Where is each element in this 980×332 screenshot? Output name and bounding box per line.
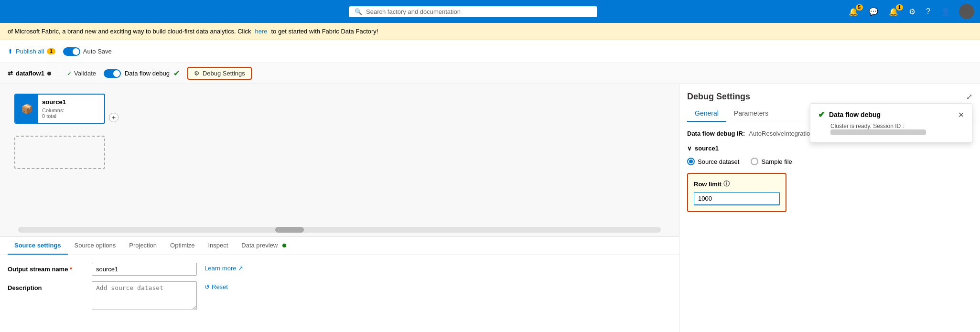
tab-data-preview-label: Data preview <box>241 242 278 249</box>
output-stream-input[interactable] <box>92 263 197 276</box>
output-stream-required: * <box>70 266 72 273</box>
canvas-scrollbar-thumb <box>275 227 304 233</box>
debug-settings-title: Debug Settings <box>687 92 750 102</box>
source-node-content: source1 Columns: 0 total <box>38 95 104 123</box>
notif-title: ✔ Data flow debug <box>818 109 881 120</box>
unsaved-dot <box>47 72 51 75</box>
notifications-button[interactable]: 🔔 5 <box>845 5 862 18</box>
profile-button[interactable]: 👤 <box>937 5 954 18</box>
dataflow-name-area: ⇄ dataflow1 <box>8 70 51 77</box>
notif-title-text: Data flow debug <box>829 111 881 118</box>
debug-toggle[interactable] <box>104 69 121 78</box>
auto-save-toggle[interactable]: Auto Save <box>63 47 112 56</box>
tab-optimize[interactable]: Optimize <box>163 237 201 255</box>
search-icon: 🔍 <box>355 8 362 15</box>
source-node-title: source1 <box>42 98 100 106</box>
debug-settings-header: Debug Settings ⤢ <box>679 84 980 102</box>
publish-label: Publish all <box>16 48 44 55</box>
toggle-switch[interactable] <box>63 47 80 56</box>
output-stream-label: Output stream name * <box>8 263 84 273</box>
debug-settings-button[interactable]: ⚙ Debug Settings <box>187 67 252 80</box>
row-limit-section: Row limit ⓘ <box>687 173 786 212</box>
tab-projection[interactable]: Projection <box>122 237 163 255</box>
description-row: Description ↺ Reset <box>8 281 671 310</box>
description-textarea[interactable] <box>92 281 197 310</box>
source-dataset-label: Source dataset <box>698 158 739 165</box>
tab-general[interactable]: General <box>687 106 726 122</box>
separator1 <box>59 68 59 79</box>
avatar <box>959 4 974 19</box>
data-preview-dot <box>282 244 286 247</box>
sample-file-option[interactable]: Sample file <box>751 158 792 165</box>
search-box[interactable]: 🔍 Search factory and documentation <box>349 6 597 17</box>
debug-settings-label: Debug Settings <box>203 70 245 77</box>
description-label: Description <box>8 281 84 291</box>
notif-subtitle-text: Cluster is ready. Session ID : <box>830 123 904 129</box>
bottom-tabs: Source settings Source options Projectio… <box>0 237 679 255</box>
output-stream-row: Output stream name * Learn more ↗ <box>8 263 671 276</box>
source-columns-value: 0 total <box>42 113 56 119</box>
tab-source-options-label: Source options <box>75 242 116 249</box>
row-limit-text: Row limit <box>694 181 722 188</box>
source-node[interactable]: 📦 source1 Columns: 0 total <box>14 94 105 124</box>
empty-node-placeholder <box>14 136 105 169</box>
publish-icon: ⬆ <box>8 48 13 55</box>
banner-text: of Microsoft Fabric, a brand new and exc… <box>8 28 251 35</box>
auto-save-label: Auto Save <box>83 48 112 55</box>
reset-button[interactable]: ↺ Reset <box>205 283 228 290</box>
debug-ir-label: Data flow debug IR: <box>687 130 745 137</box>
notification-banner: of Microsoft Fabric, a brand new and exc… <box>0 23 980 40</box>
tab-inspect[interactable]: Inspect <box>201 237 235 255</box>
chevron-down-icon[interactable]: ∨ <box>687 145 692 152</box>
dataset-radio-row: Source dataset Sample file <box>687 158 972 165</box>
alerts-button[interactable]: 🔔 1 <box>885 5 902 18</box>
bottom-content: Output stream name * Learn more ↗ Descri… <box>0 255 679 318</box>
source-dataset-radio[interactable] <box>687 158 695 165</box>
source-node-sub: Columns: 0 total <box>42 107 100 119</box>
validate-label: Validate <box>74 70 96 77</box>
publish-badge: 1 <box>47 48 55 54</box>
reset-label: Reset <box>212 283 228 290</box>
tab-projection-label: Projection <box>129 242 157 249</box>
main-content: 📦 source1 Columns: 0 total + <box>0 84 980 332</box>
validate-button[interactable]: ✓ Validate <box>67 70 96 77</box>
debug-check-icon: ✔ <box>173 69 180 78</box>
canvas-viewport: 📦 source1 Columns: 0 total + <box>0 84 679 225</box>
debug-settings-icon: ⚙ <box>194 70 200 77</box>
canvas-scrollbar[interactable] <box>18 227 661 233</box>
alert-badge: 1 <box>896 4 904 11</box>
canvas-area: 📦 source1 Columns: 0 total + <box>0 84 679 332</box>
source-columns-label: Columns: <box>42 107 64 113</box>
publish-all-button[interactable]: ⬆ Publish all 1 <box>8 48 55 55</box>
external-link-icon: ↗ <box>238 265 243 272</box>
chat-button[interactable]: 💬 <box>865 5 882 18</box>
dataflow-icon: ⇄ <box>8 70 13 77</box>
dataflow-bar: ⇄ dataflow1 ✓ Validate Data flow debug ✔… <box>0 63 980 84</box>
notification-badge: 5 <box>856 4 863 11</box>
tab-inspect-label: Inspect <box>208 242 228 249</box>
notif-subtitle-area: Cluster is ready. Session ID : <box>830 123 964 137</box>
notif-check-icon: ✔ <box>818 109 825 120</box>
add-node-button[interactable]: + <box>109 113 118 122</box>
tab-source-options[interactable]: Source options <box>68 237 123 255</box>
learn-more-link[interactable]: Learn more ↗ <box>205 265 243 272</box>
help-button[interactable]: ? <box>922 5 934 18</box>
notif-close-button[interactable]: ✕ <box>958 110 964 119</box>
tab-optimize-label: Optimize <box>170 242 194 249</box>
sample-file-label: Sample file <box>761 158 792 165</box>
debug-label: Data flow debug <box>125 70 170 77</box>
settings-button[interactable]: ⚙ <box>905 5 919 18</box>
tab-source-settings[interactable]: Source settings <box>8 237 68 255</box>
sample-file-radio[interactable] <box>751 158 758 165</box>
learn-more-label: Learn more <box>205 265 236 272</box>
bottom-panel: Source settings Source options Projectio… <box>0 236 679 332</box>
tab-source-settings-label: Source settings <box>14 242 61 249</box>
tab-data-preview[interactable]: Data preview <box>235 237 293 255</box>
tab-parameters[interactable]: Parameters <box>726 106 776 122</box>
debug-toggle-area: Data flow debug ✔ <box>104 69 180 78</box>
source-dataset-option[interactable]: Source dataset <box>687 158 739 165</box>
banner-link[interactable]: here <box>255 28 267 35</box>
expand-icon[interactable]: ⤢ <box>966 92 972 101</box>
row-limit-input[interactable] <box>694 192 780 205</box>
debug-settings-panel: ✔ Data flow debug ✕ Cluster is ready. Se… <box>679 84 980 332</box>
